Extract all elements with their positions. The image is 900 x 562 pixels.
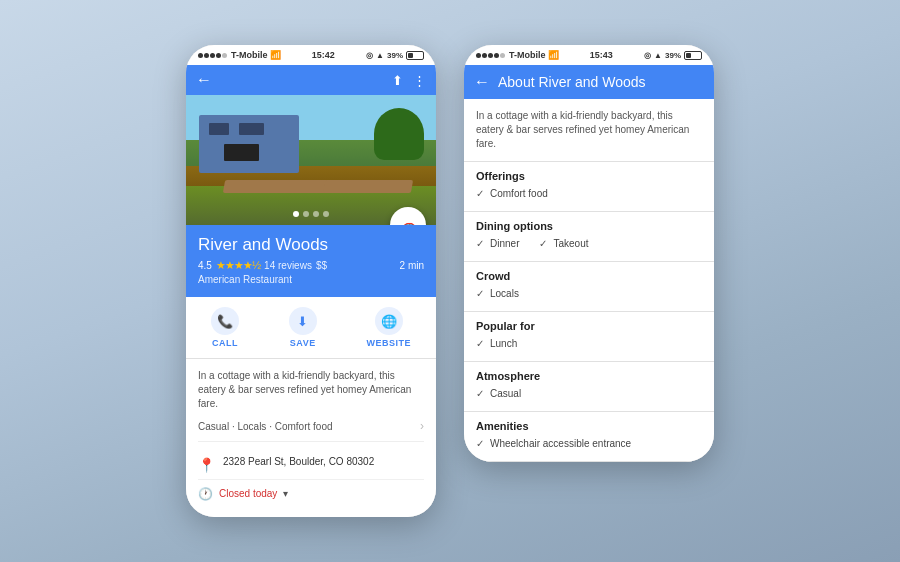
review-count: 14 reviews: [264, 260, 312, 271]
popular-section: Popular for ✓ Lunch: [464, 312, 714, 362]
offerings-section: Offerings ✓ Comfort food: [464, 162, 714, 212]
about-content: In a cottage with a kid-friendly backyar…: [464, 99, 714, 462]
photo-building: [199, 115, 299, 174]
p2-signal-dot-2: [482, 53, 487, 58]
check-icon-atmosphere-1: ✓: [476, 388, 484, 399]
offerings-item-1: ✓ Comfort food: [476, 188, 702, 199]
website-icon-bg: 🌐: [375, 307, 403, 335]
p2-signal-dot-5: [500, 53, 505, 58]
phone1-nav-bar: ← ⬆ ⋮: [186, 65, 436, 95]
save-icon: ⬇: [297, 314, 308, 329]
p2-status-left: T-Mobile 📶: [476, 50, 559, 60]
check-icon-popular-1: ✓: [476, 338, 484, 349]
website-icon: 🌐: [381, 314, 397, 329]
dining-title: Dining options: [476, 220, 702, 232]
rating-value: 4.5: [198, 260, 212, 271]
p2-back-arrow-icon[interactable]: ←: [474, 73, 490, 91]
tags-row[interactable]: Casual · Locals · Comfort food ›: [198, 419, 424, 442]
address-text: 2328 Pearl St, Boulder, CO 80302: [223, 456, 424, 467]
status-time: 15:42: [312, 50, 335, 60]
signal-dot-3: [210, 53, 215, 58]
p2-battery-icon: [684, 51, 702, 60]
signal-dot-4: [216, 53, 221, 58]
call-button[interactable]: 📞 CALL: [211, 307, 239, 348]
back-arrow-icon[interactable]: ←: [196, 71, 212, 89]
place-meta: 4.5 ★★★★½ 14 reviews $$ 2 min: [198, 259, 424, 272]
price-level: $$: [316, 260, 327, 271]
hours-row[interactable]: 🕐 Closed today ▾: [198, 480, 424, 507]
share-icon[interactable]: ⬆: [392, 73, 403, 88]
dining-row: ✓ Dinner ✓ Takeout: [476, 238, 702, 253]
call-icon: 📞: [217, 314, 233, 329]
indicator-3: [313, 211, 319, 217]
p2-status-time: 15:43: [590, 50, 613, 60]
photo-door: [224, 144, 259, 162]
clock-icon: 🕐: [198, 487, 213, 501]
call-label: CALL: [212, 338, 238, 348]
offerings-value-1: Comfort food: [490, 188, 548, 199]
more-icon[interactable]: ⋮: [413, 73, 426, 88]
p2-location-icon: ◎: [644, 51, 651, 60]
phone2: T-Mobile 📶 15:43 ◎ ▲ 39% ← About River a…: [464, 45, 714, 462]
place-description: In a cottage with a kid-friendly backyar…: [198, 369, 424, 411]
status-right: ◎ ▲ 39%: [366, 51, 424, 60]
amenities-item-1: ✓ Wheelchair accessible entrance: [476, 438, 702, 449]
p2-status-right: ◎ ▲ 39%: [644, 51, 702, 60]
location-icon: ◎: [366, 51, 373, 60]
signal-dots: [198, 53, 227, 58]
crowd-value-1: Locals: [490, 288, 519, 299]
p2-signal-dots: [476, 53, 505, 58]
p2-signal-dot-1: [476, 53, 481, 58]
about-header: ← About River and Woods: [464, 65, 714, 99]
photo-table-1: [222, 180, 337, 193]
expand-hours-icon[interactable]: ▾: [283, 488, 288, 499]
atmosphere-title: Atmosphere: [476, 370, 702, 382]
save-label: SAVE: [290, 338, 316, 348]
photo-table-2: [322, 180, 412, 193]
dining-value-dinner: Dinner: [490, 238, 519, 249]
phone1: T-Mobile 📶 15:42 ◎ ▲ 39% ← ⬆ ⋮: [186, 45, 436, 517]
battery-percent: 39%: [387, 51, 403, 60]
indicator-2: [303, 211, 309, 217]
about-title: About River and Woods: [498, 74, 646, 90]
check-icon-crowd-1: ✓: [476, 288, 484, 299]
battery-fill: [408, 53, 413, 58]
popular-value-1: Lunch: [490, 338, 517, 349]
dining-item-takeout: ✓ Takeout: [539, 238, 588, 249]
crowd-item-1: ✓ Locals: [476, 288, 702, 299]
atmosphere-item-1: ✓ Casual: [476, 388, 702, 399]
phone1-status-bar: T-Mobile 📶 15:42 ◎ ▲ 39%: [186, 45, 436, 65]
p2-carrier-name: T-Mobile: [509, 50, 546, 60]
p2-battery-fill: [686, 53, 691, 58]
check-icon-takeout: ✓: [539, 238, 547, 249]
car-icon: 🚗: [398, 216, 418, 226]
popular-title: Popular for: [476, 320, 702, 332]
p2-signal-dot-3: [488, 53, 493, 58]
status-left: T-Mobile 📶: [198, 50, 281, 60]
save-button[interactable]: ⬇ SAVE: [289, 307, 317, 348]
check-icon-1: ✓: [476, 188, 484, 199]
dining-item-dinner: ✓ Dinner: [476, 238, 519, 249]
place-name: River and Woods: [198, 235, 424, 255]
website-button[interactable]: 🌐 WEBSITE: [367, 307, 412, 348]
popular-item-1: ✓ Lunch: [476, 338, 702, 349]
website-label: WEBSITE: [367, 338, 412, 348]
phones-container: T-Mobile 📶 15:42 ◎ ▲ 39% ← ⬆ ⋮: [186, 45, 714, 517]
check-icon-amenities-1: ✓: [476, 438, 484, 449]
location-pin-icon: 📍: [198, 457, 215, 473]
atmosphere-section: Atmosphere ✓ Casual: [464, 362, 714, 412]
battery-icon: [406, 51, 424, 60]
photo-indicators: [293, 211, 329, 217]
photo-window-1: [209, 123, 229, 135]
indicator-1: [293, 211, 299, 217]
p2-signal-dot-4: [494, 53, 499, 58]
about-description: In a cottage with a kid-friendly backyar…: [464, 99, 714, 162]
photo-tree: [374, 108, 424, 160]
place-tags: Casual · Locals · Comfort food: [198, 421, 333, 432]
signal-icon: ▲: [376, 51, 384, 60]
hours-status: Closed today: [219, 488, 277, 499]
chevron-right-icon: ›: [420, 419, 424, 433]
dining-value-takeout: Takeout: [553, 238, 588, 249]
p2-signal-icon: ▲: [654, 51, 662, 60]
save-icon-bg: ⬇: [289, 307, 317, 335]
